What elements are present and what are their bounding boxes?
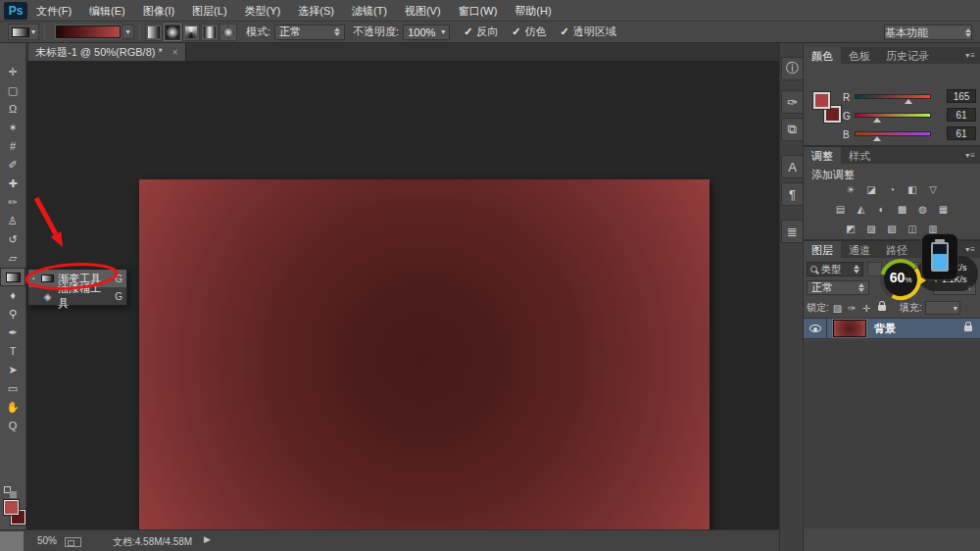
dodge-tool[interactable]: ⚲ (0, 305, 25, 324)
lock-option-icon[interactable]: ✛ (862, 303, 870, 314)
adjustment-icon[interactable]: ◔ (884, 183, 901, 197)
tab-调整[interactable]: 调整 (804, 147, 841, 164)
channel-track[interactable] (855, 94, 931, 99)
brush-tool[interactable]: ✏ (0, 193, 25, 212)
tab-颜色[interactable]: 颜色 (804, 47, 841, 64)
adjustment-icon[interactable]: ◩ (843, 223, 859, 236)
checkbox-反向[interactable]: ✓反向 (464, 25, 498, 39)
menu-item-编辑(E)[interactable]: 编辑(E) (80, 5, 134, 17)
move-tool[interactable]: ✛ (0, 63, 25, 81)
adjustment-icon[interactable]: ▧ (884, 223, 901, 236)
adjustment-icon[interactable]: ▦ (935, 203, 952, 217)
fill-opacity-select[interactable]: ▾ (925, 301, 960, 315)
eyedropper-tool[interactable]: ✐ (0, 156, 25, 175)
adjustment-icon[interactable]: ◫ (905, 223, 921, 236)
channel-value[interactable]: 61 (947, 108, 976, 122)
checkbox-仿色[interactable]: ✓仿色 (512, 25, 546, 39)
close-tab-icon[interactable]: × (172, 47, 178, 58)
clone-stamp-tool[interactable]: ♙ (0, 212, 25, 230)
adjustment-icon[interactable]: ☀ (843, 183, 859, 197)
adjustment-icon[interactable]: ◭ (853, 203, 869, 217)
clone-source-panel-icon[interactable]: ⧉ (781, 118, 804, 141)
lock-option-icon[interactable]: ✑ (848, 303, 856, 314)
pen-tool[interactable]: ✒ (0, 324, 25, 342)
adjustment-icon[interactable]: ▩ (894, 203, 910, 217)
menu-item-选择(S)[interactable]: 选择(S) (289, 5, 343, 17)
character-panel-icon[interactable]: A (781, 155, 804, 178)
panel-menu-icon[interactable]: ▾≡ (965, 245, 976, 254)
menu-item-文件(F)[interactable]: 文件(F) (27, 5, 80, 17)
channel-value[interactable]: 165 (947, 89, 976, 103)
hand-tool[interactable]: ✋ (0, 398, 25, 417)
slider-thumb-icon[interactable] (905, 99, 912, 104)
opacity-select[interactable]: 100% ▾ (403, 25, 450, 40)
tab-通道[interactable]: 通道 (841, 241, 878, 258)
adjustment-icon[interactable]: ◪ (863, 183, 880, 197)
channel-track[interactable] (855, 113, 931, 118)
zoom-level-field[interactable]: 50% (37, 535, 57, 546)
diamond-gradient-button[interactable] (220, 24, 237, 41)
type-tool[interactable]: T (0, 342, 25, 361)
document-tab[interactable]: 未标题-1 @ 50%(RGB/8) * × (28, 43, 186, 61)
channel-track[interactable] (855, 131, 931, 136)
history-brush-tool[interactable]: ↺ (0, 230, 25, 249)
radial-gradient-button[interactable] (164, 24, 181, 41)
linear-gradient-button[interactable] (145, 24, 163, 41)
adjustment-icon[interactable]: ◐ (873, 203, 890, 217)
lock-all-icon[interactable] (878, 305, 886, 311)
reflected-gradient-button[interactable] (201, 24, 219, 41)
checkbox-透明区域[interactable]: ✓透明区域 (561, 25, 616, 39)
workspace-switcher[interactable]: 基本功能 (884, 25, 972, 40)
menu-item-视图(V)[interactable]: 视图(V) (396, 5, 450, 17)
panel-menu-icon[interactable]: ▾≡ (965, 51, 976, 60)
menu-item-类型(Y)[interactable]: 类型(Y) (236, 5, 290, 17)
shape-tool[interactable]: ▭ (0, 379, 25, 398)
gradient-picker-dropdown[interactable]: ▾ (122, 25, 134, 39)
canvas[interactable] (139, 179, 710, 538)
angle-gradient-button[interactable] (182, 24, 200, 41)
adjustment-icon[interactable]: ◍ (914, 203, 931, 217)
menu-item-图像(I)[interactable]: 图像(I) (134, 5, 183, 17)
gradient-tool[interactable] (0, 268, 25, 286)
slider-thumb-icon[interactable] (873, 118, 881, 123)
layer-row-background[interactable]: 背景 (804, 318, 980, 339)
foreground-color-chip[interactable] (813, 92, 830, 109)
lasso-tool[interactable]: Ω (0, 100, 25, 119)
channel-value[interactable]: 61 (947, 126, 976, 140)
menu-item-帮助(H)[interactable]: 帮助(H) (506, 5, 560, 17)
tab-样式[interactable]: 样式 (841, 147, 878, 164)
layer-filter-type-select[interactable]: 类型 (807, 262, 863, 276)
tab-色板[interactable]: 色板 (841, 47, 878, 64)
quick-selection-tool[interactable]: ✶ (0, 119, 25, 137)
adjustment-icon[interactable]: ◧ (905, 183, 921, 197)
brush-panel-icon[interactable]: ✑ (781, 90, 804, 114)
info-panel-icon[interactable]: ⓘ (781, 57, 804, 80)
menu-item-滤镜(T)[interactable]: 滤镜(T) (343, 5, 396, 17)
gradient-editor[interactable]: ▾ (56, 25, 134, 39)
flyout-item-油漆桶工具[interactable]: ◈油漆桶工具G (28, 287, 126, 305)
status-popup-arrow-icon[interactable]: ▶ (204, 534, 211, 544)
layer-visibility-cell[interactable] (804, 318, 827, 339)
foreground-color-swatch[interactable] (4, 500, 19, 515)
blend-mode-select[interactable]: 正常 (274, 25, 345, 40)
layer-thumbnail[interactable] (833, 320, 866, 337)
adjustment-icon[interactable]: ▽ (925, 183, 942, 197)
eraser-tool[interactable]: ▱ (0, 249, 25, 268)
marquee-tool[interactable]: ▢ (0, 81, 25, 100)
panel-menu-icon[interactable]: ▾≡ (965, 151, 976, 160)
zoom-tool[interactable]: Q (0, 417, 25, 435)
tab-历史记录[interactable]: 历史记录 (878, 47, 937, 64)
measurement-panel-icon[interactable]: ≣ (781, 220, 804, 243)
adjustment-icon[interactable]: ▤ (832, 203, 849, 217)
tab-图层[interactable]: 图层 (804, 241, 841, 258)
path-selection-tool[interactable]: ➤ (0, 361, 25, 379)
slider-thumb-icon[interactable] (873, 136, 881, 141)
gradient-preview[interactable] (56, 25, 121, 38)
tool-preset-picker[interactable]: ▾ (8, 24, 39, 40)
menu-item-图层(L)[interactable]: 图层(L) (183, 5, 235, 17)
lock-option-icon[interactable]: ▨ (833, 303, 842, 314)
healing-brush-tool[interactable]: ✚ (0, 175, 25, 193)
paragraph-panel-icon[interactable]: ¶ (781, 182, 804, 206)
crop-tool[interactable]: # (0, 137, 25, 156)
layer-blend-mode-select[interactable]: 正常 (807, 280, 869, 295)
